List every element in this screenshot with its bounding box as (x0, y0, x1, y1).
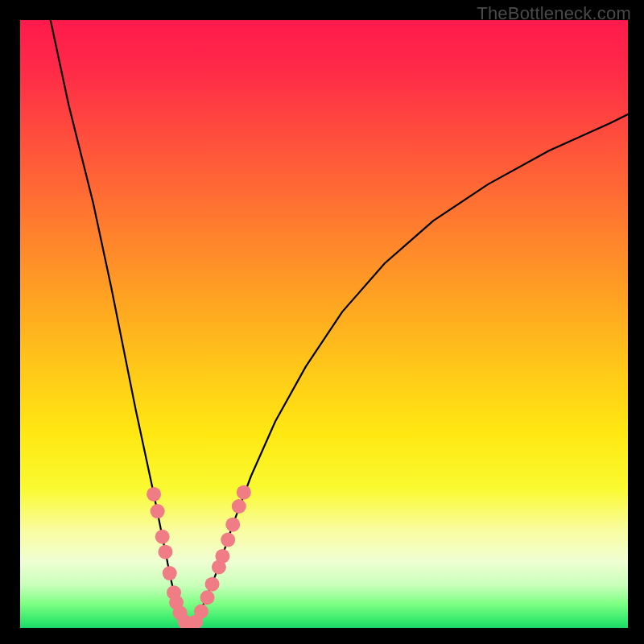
bead-point (194, 605, 208, 619)
bead-point (215, 549, 229, 564)
bead-point (155, 530, 170, 544)
bead-point (225, 518, 240, 532)
curve-group (51, 20, 628, 628)
bead-point (147, 487, 161, 502)
bead-group (147, 485, 251, 628)
chart-svg (20, 20, 628, 628)
plot-area (20, 20, 628, 628)
chart-frame: TheBottleneck.com (0, 0, 644, 644)
bead-point (232, 499, 246, 514)
bead-point (221, 533, 235, 547)
bead-point (205, 577, 220, 592)
bead-point (151, 504, 165, 518)
bead-point (200, 590, 215, 605)
bead-point (163, 566, 177, 580)
bead-point (158, 545, 172, 559)
bead-point (237, 485, 251, 500)
curve-curve-right (190, 114, 628, 628)
